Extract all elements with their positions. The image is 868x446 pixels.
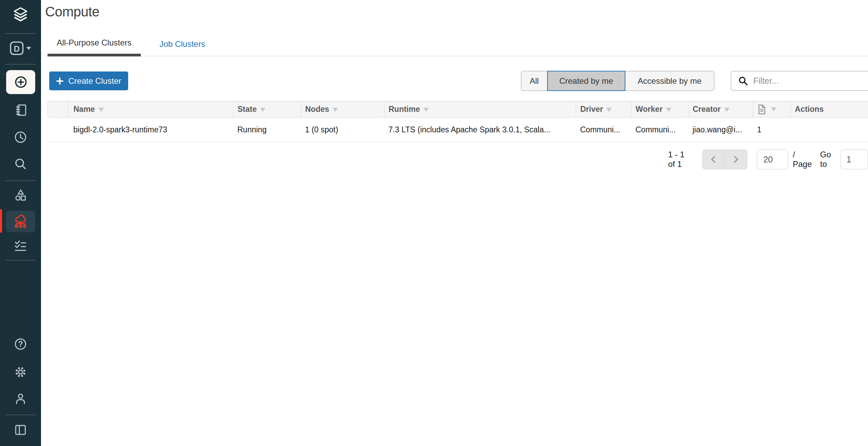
table-header-row: Name State Nodes Runtime Driver Worker C… bbox=[48, 101, 868, 118]
column-label: Actions bbox=[795, 105, 824, 114]
pagination-bar: 1 - 1 of 1 / Page Go to bbox=[668, 149, 868, 169]
cluster-worker-cell: Communi... bbox=[632, 118, 689, 142]
cluster-creator-cell: jiao.wang@i... bbox=[689, 118, 753, 142]
databricks-logo-icon[interactable] bbox=[0, 5, 41, 25]
filter-accessible-by-me-button[interactable]: Accessible by me bbox=[625, 71, 715, 91]
filter-search-box bbox=[731, 71, 868, 91]
cluster-notebooks-cell: 1 bbox=[753, 118, 791, 142]
sidebar-divider bbox=[5, 415, 36, 415]
cluster-name-cell[interactable]: bigdl-2.0-spark3-runtime73 bbox=[68, 118, 233, 142]
pagination-range: 1 - 1 of 1 bbox=[668, 150, 694, 169]
sidebar-item-help[interactable]: ? bbox=[0, 337, 41, 351]
plus-icon bbox=[56, 77, 64, 85]
pager-buttons bbox=[702, 149, 747, 169]
sidebar-item-compute[interactable] bbox=[6, 211, 35, 232]
sidebar-item-workspace[interactable] bbox=[0, 103, 41, 117]
tab-label: All-Purpose Clusters bbox=[57, 38, 132, 48]
tab-label: Job Clusters bbox=[160, 39, 205, 49]
sidebar-divider bbox=[5, 33, 36, 34]
compute-cluster-icon bbox=[13, 214, 28, 229]
column-label: Driver bbox=[580, 105, 603, 114]
cluster-driver-cell: Communi... bbox=[576, 118, 632, 142]
cluster-runtime-cell: 7.3 LTS (includes Apache Spark 3.0.1, Sc… bbox=[384, 118, 576, 142]
sidebar-item-create-new[interactable] bbox=[6, 70, 35, 94]
create-cluster-label: Create Cluster bbox=[68, 76, 121, 86]
cluster-filter-segments: All Created by me Accessible by me bbox=[521, 71, 715, 91]
page-title: Compute bbox=[45, 4, 99, 19]
svg-text:?: ? bbox=[18, 340, 23, 349]
compute-page: D bbox=[0, 0, 868, 446]
column-creator[interactable]: Creator bbox=[689, 101, 753, 118]
active-nav-indicator bbox=[0, 209, 2, 233]
column-state[interactable]: State bbox=[233, 101, 301, 118]
column-nodes[interactable]: Nodes bbox=[301, 101, 384, 118]
cluster-actions-cell bbox=[791, 118, 868, 142]
column-status bbox=[48, 101, 68, 118]
clock-icon bbox=[14, 130, 27, 144]
search-icon bbox=[738, 76, 748, 86]
help-icon: ? bbox=[14, 337, 27, 351]
filter-all-button[interactable]: All bbox=[521, 71, 547, 91]
cluster-status-cell bbox=[48, 118, 68, 142]
sidebar-item-collapse[interactable] bbox=[0, 423, 41, 437]
goto-label: Go to bbox=[820, 150, 836, 169]
gear-icon bbox=[14, 365, 27, 379]
workspace-selector[interactable]: D bbox=[0, 41, 41, 56]
table-row[interactable]: bigdl-2.0-spark3-runtime73 Running 1 (0 … bbox=[48, 118, 868, 142]
checklist-icon bbox=[14, 239, 27, 253]
column-driver[interactable]: Driver bbox=[576, 101, 632, 118]
column-runtime[interactable]: Runtime bbox=[384, 101, 576, 118]
next-page-button[interactable] bbox=[725, 149, 747, 169]
user-icon bbox=[14, 392, 27, 406]
column-label: Name bbox=[73, 105, 95, 114]
data-shapes-icon bbox=[14, 188, 27, 202]
column-notebooks[interactable] bbox=[753, 101, 791, 118]
page-size-input[interactable] bbox=[757, 149, 788, 169]
filter-label: Created by me bbox=[559, 76, 613, 86]
previous-page-button[interactable] bbox=[702, 149, 725, 169]
sort-caret-icon bbox=[606, 108, 612, 112]
sort-caret-icon bbox=[724, 108, 730, 112]
chevron-down-icon bbox=[26, 47, 31, 50]
chevron-left-icon bbox=[709, 155, 718, 164]
tab-all-purpose-clusters[interactable]: All-Purpose Clusters bbox=[48, 31, 141, 56]
create-cluster-button[interactable]: Create Cluster bbox=[49, 71, 128, 90]
sort-caret-icon bbox=[771, 107, 776, 112]
column-label: Creator bbox=[693, 105, 721, 114]
notebook-icon bbox=[14, 103, 27, 117]
sidebar-divider bbox=[5, 64, 36, 65]
sidebar-divider bbox=[5, 260, 36, 261]
cluster-nodes-cell: 1 (0 spot) bbox=[301, 118, 384, 142]
sidebar-item-data[interactable] bbox=[0, 188, 41, 202]
column-label: Worker bbox=[636, 105, 663, 114]
sort-caret-icon bbox=[98, 108, 104, 112]
per-page-label: / Page bbox=[793, 150, 812, 169]
clusters-table: Name State Nodes Runtime Driver Worker C… bbox=[48, 101, 868, 142]
column-worker[interactable]: Worker bbox=[632, 101, 689, 118]
sort-caret-icon bbox=[333, 108, 338, 112]
column-label: State bbox=[238, 105, 257, 114]
sidebar-item-search[interactable] bbox=[0, 157, 41, 171]
sidebar-item-account[interactable] bbox=[0, 392, 41, 406]
column-name[interactable]: Name bbox=[68, 101, 233, 118]
workspace-initial: D bbox=[14, 44, 19, 53]
sort-caret-icon bbox=[666, 108, 672, 112]
sidebar-item-recents[interactable] bbox=[0, 130, 41, 144]
tab-bar: All-Purpose Clusters Job Clusters bbox=[48, 31, 868, 56]
tab-job-clusters[interactable]: Job Clusters bbox=[150, 31, 214, 56]
goto-page-input[interactable] bbox=[841, 149, 868, 169]
sidebar-item-settings[interactable] bbox=[0, 365, 41, 379]
chevron-right-icon bbox=[731, 155, 741, 164]
sidebar-divider bbox=[5, 180, 36, 181]
sort-caret-icon bbox=[423, 108, 429, 112]
column-label: Runtime bbox=[389, 105, 420, 114]
sidebar: D bbox=[0, 0, 41, 446]
notebooks-icon bbox=[757, 104, 766, 115]
cluster-state-cell: Running bbox=[233, 118, 301, 142]
filter-input[interactable] bbox=[753, 76, 866, 86]
collapse-panel-icon bbox=[14, 423, 27, 437]
sidebar-item-jobs[interactable] bbox=[0, 239, 41, 253]
plus-circle-icon bbox=[13, 75, 28, 90]
column-label: Nodes bbox=[305, 105, 329, 114]
filter-created-by-me-button[interactable]: Created by me bbox=[547, 71, 625, 91]
